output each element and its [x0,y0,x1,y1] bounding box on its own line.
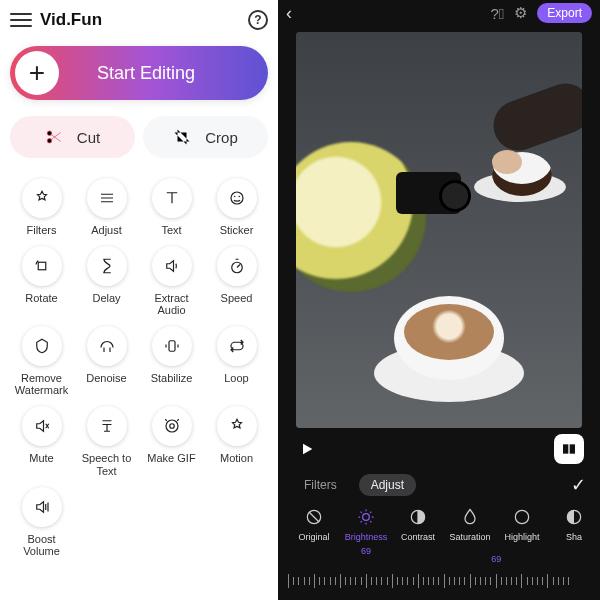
tools-grid: FiltersAdjustTextStickerRotateDelayExtra… [10,176,268,559]
back-icon[interactable]: ‹ [286,3,292,24]
svg-point-4 [238,196,240,198]
tool-label: Denoise [86,372,126,384]
start-editing-label: Start Editing [59,63,263,84]
export-button[interactable]: Export [537,3,592,23]
svg-rect-10 [563,444,568,453]
adjust-value: 69 [361,546,371,556]
slider-value-label: 69 [491,554,501,564]
tool-label: Adjust [91,224,122,236]
speed-icon [217,246,257,286]
svg-point-15 [515,510,528,523]
svg-point-9 [169,424,174,429]
svg-point-0 [47,131,52,136]
adjust-original[interactable]: Original [288,506,340,556]
svg-point-3 [234,196,236,198]
cut-label: Cut [77,129,100,146]
tool-label: Extract Audio [140,292,203,316]
tool-label: Motion [220,452,253,464]
tab-filters[interactable]: Filters [292,474,349,496]
remove-watermark-icon [22,326,62,366]
video-preview[interactable] [296,32,582,428]
svg-point-1 [47,139,52,144]
adjust-saturation[interactable]: Saturation [444,506,496,556]
tool-sticker[interactable]: Sticker [205,176,268,238]
tool-delay[interactable]: Delay [75,244,138,318]
plus-icon: + [15,51,59,95]
adjustments-row: OriginalBrightness69ContrastSaturationHi… [278,496,600,556]
play-row [278,428,600,464]
loop-icon [217,326,257,366]
compare-button[interactable] [554,434,584,464]
cut-button[interactable]: Cut [10,116,135,158]
saturation-icon [459,506,481,528]
tab-adjust[interactable]: Adjust [359,474,416,496]
play-button[interactable] [294,436,320,462]
tool-label: Boost Volume [23,533,60,557]
tool-boost-volume[interactable]: Boost Volume [10,485,73,559]
adjust-brightness[interactable]: Brightness69 [340,506,392,556]
speech-to-text-icon [87,406,127,446]
rotate-icon [22,246,62,286]
adjust-icon [87,178,127,218]
adjust-tabs: Filters Adjust ✓ [278,464,600,496]
tool-filters[interactable]: Filters [10,176,73,238]
mute-icon [22,406,62,446]
cut-crop-row: Cut Crop [10,116,268,158]
app-title: Vid.Fun [40,10,248,30]
tool-stabilize[interactable]: Stabilize [140,324,203,398]
adjust-shadow[interactable]: Sha [548,506,600,556]
adjust-label: Saturation [449,532,490,542]
tool-denoise[interactable]: Denoise [75,324,138,398]
motion-icon [217,406,257,446]
adjust-label: Sha [566,532,582,542]
editor-topbar: ‹ ?⃝ ⚙ Export [278,0,600,26]
svg-rect-5 [38,262,46,270]
tool-label: Rotate [25,292,57,304]
tool-label: Speed [221,292,253,304]
left-panel: Vid.Fun ? + Start Editing Cut Crop Filte… [0,0,278,600]
tool-loop[interactable]: Loop [205,324,268,398]
editor-panel: ‹ ?⃝ ⚙ Export Filters Adjust ✓ OriginalB… [278,0,600,600]
adjust-contrast[interactable]: Contrast [392,506,444,556]
tool-speed[interactable]: Speed [205,244,268,318]
value-slider[interactable]: 69 [288,562,590,596]
svg-rect-11 [570,444,575,453]
tool-label: Delay [92,292,120,304]
start-editing-button[interactable]: + Start Editing [10,46,268,100]
crop-button[interactable]: Crop [143,116,268,158]
tool-make-gif[interactable]: Make GIF [140,404,203,478]
tool-extract-audio[interactable]: Extract Audio [140,244,203,318]
tool-label: Remove Watermark [15,372,68,396]
tool-label: Text [161,224,181,236]
tool-mute[interactable]: Mute [10,404,73,478]
tool-speech-to-text[interactable]: Speech to Text [75,404,138,478]
make-gif-icon [152,406,192,446]
tool-motion[interactable]: Motion [205,404,268,478]
tool-rotate[interactable]: Rotate [10,244,73,318]
denoise-icon [87,326,127,366]
menu-icon[interactable] [10,13,32,27]
tool-adjust[interactable]: Adjust [75,176,138,238]
svg-point-13 [363,514,370,521]
adjust-label: Contrast [401,532,435,542]
extract-audio-icon [152,246,192,286]
topbar: Vid.Fun ? [10,6,268,34]
tool-label: Speech to Text [82,452,132,476]
shadow-icon [563,506,585,528]
help-icon[interactable]: ?⃝ [490,5,504,22]
adjust-highlight[interactable]: Highlight [496,506,548,556]
svg-point-2 [231,192,243,204]
tool-text[interactable]: Text [140,176,203,238]
help-icon[interactable]: ? [248,10,268,30]
tool-label: Make GIF [147,452,195,464]
adjust-label: Brightness [345,532,388,542]
crop-label: Crop [205,129,238,146]
confirm-icon[interactable]: ✓ [571,474,586,496]
tool-remove-watermark[interactable]: Remove Watermark [10,324,73,398]
filters-icon [22,178,62,218]
boost-volume-icon [22,487,62,527]
settings-icon[interactable]: ⚙ [514,4,527,22]
scissors-icon [45,128,63,146]
text-icon [152,178,192,218]
sticker-icon [217,178,257,218]
